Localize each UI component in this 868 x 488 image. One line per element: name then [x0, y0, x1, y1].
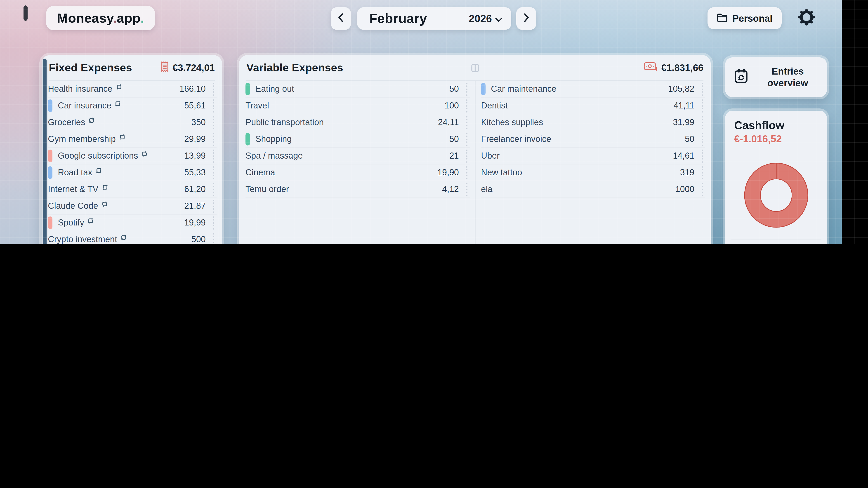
drag-handle-icon[interactable] [463, 133, 470, 146]
entry-name: Cinema [246, 168, 275, 177]
drag-handle-icon[interactable] [210, 166, 217, 179]
chevron-down-icon [495, 12, 502, 25]
workspace-button[interactable]: Personal [708, 7, 781, 29]
table-row[interactable]: New tattoo 319 [481, 164, 705, 181]
fixed-expenses-header: Fixed Expenses €3.724,01 [49, 55, 215, 81]
entry-name: Health insurance [48, 84, 112, 94]
repeat-icon [120, 234, 127, 241]
table-row[interactable]: Gym membership 29,99 [48, 131, 217, 148]
year-dropdown[interactable]: 2026 [469, 12, 502, 25]
entry-amount: 61,20 [184, 184, 206, 194]
receipt-icon [160, 61, 169, 74]
drag-handle-icon[interactable] [210, 133, 217, 146]
table-row[interactable]: Shopping 50 [246, 131, 470, 148]
entry-amount: 19,90 [437, 168, 459, 177]
entry-amount: 4,12 [442, 184, 459, 194]
table-row[interactable]: ela 1000 [481, 181, 705, 198]
inflow-label: Inflow [743, 243, 768, 244]
settings-button[interactable] [796, 7, 817, 29]
drag-handle-icon[interactable] [463, 166, 470, 179]
table-row[interactable]: Eating out 50 [246, 81, 470, 98]
drag-handle-icon[interactable] [699, 99, 705, 112]
drag-handle-icon[interactable] [463, 149, 470, 162]
drag-handle-icon[interactable] [210, 183, 217, 196]
inflow-value: € 4.539,15 [780, 243, 819, 244]
drag-handle-icon[interactable] [463, 183, 470, 196]
screen-corner-sliver [24, 5, 28, 21]
drag-handle-icon[interactable] [463, 116, 470, 129]
drag-handle-icon[interactable] [210, 149, 217, 162]
cashflow-net-amount: €-1.016,52 [734, 133, 782, 145]
scrollbar-thumb[interactable] [43, 59, 46, 244]
panel-title: Fixed Expenses [49, 61, 132, 74]
table-row[interactable]: Travel 100 [246, 98, 470, 114]
entries-overview-button[interactable]: Entries overview [725, 57, 827, 97]
repeat-icon [119, 134, 126, 140]
drag-handle-icon[interactable] [210, 83, 217, 96]
column-divider [475, 81, 475, 244]
legend-inflow-row: Inflow € 4.539,15 [733, 242, 819, 244]
drag-handle-icon[interactable] [699, 149, 705, 162]
table-row[interactable]: Spotify 19,99 [48, 215, 217, 231]
entry-name: Crypto investment [48, 234, 117, 244]
entry-amount: 50 [450, 134, 459, 144]
category-tag [481, 83, 486, 95]
repeat-icon [95, 167, 102, 174]
table-row[interactable]: Public transportation 24,11 [246, 114, 470, 131]
folder-icon [717, 12, 728, 24]
table-row[interactable]: Dentist 41,11 [481, 98, 705, 114]
drag-handle-icon[interactable] [210, 99, 217, 112]
drag-handle-icon[interactable] [210, 199, 217, 213]
entry-amount: 50 [685, 134, 694, 144]
repeat-icon [87, 217, 94, 224]
cashflow-donut-chart [744, 163, 808, 230]
repeat-icon [101, 201, 108, 207]
drag-handle-icon[interactable] [699, 183, 705, 196]
entry-name: Travel [246, 101, 269, 111]
table-row[interactable]: Car insurance 55,61 [48, 98, 217, 114]
table-row[interactable]: Freelancer invoice 50 [481, 131, 705, 148]
drag-handle-icon[interactable] [699, 166, 705, 179]
table-row[interactable]: Google subscriptions 13,99 [48, 148, 217, 164]
drag-handle-icon[interactable] [699, 116, 705, 129]
chevron-right-icon [523, 13, 529, 24]
entry-amount: 21 [450, 151, 459, 161]
category-tag [48, 166, 53, 179]
table-row[interactable]: Internet & TV 61,20 [48, 181, 217, 198]
drag-handle-icon[interactable] [210, 216, 217, 229]
category-tag [246, 83, 250, 95]
table-row[interactable]: Spa / massage 21 [246, 148, 470, 164]
variable-expenses-panel: Variable Expenses €1.831,66 Eating out 5… [239, 55, 711, 244]
drag-handle-icon[interactable] [699, 133, 705, 146]
table-row[interactable]: Claude Code 21,87 [48, 198, 217, 215]
drag-handle-icon[interactable] [210, 116, 217, 129]
entry-name: Google subscriptions [58, 151, 138, 161]
table-row[interactable]: Health insurance 166,10 [48, 81, 217, 98]
table-row[interactable]: Car maintenance 105,82 [481, 81, 705, 98]
table-row[interactable]: Uber 14,61 [481, 148, 705, 164]
fixed-expenses-list: Health insurance 166,10 Car insurance 55… [48, 81, 217, 244]
drag-handle-icon[interactable] [463, 83, 470, 96]
entry-name: Road tax [58, 168, 92, 177]
columns-layout-icon[interactable] [471, 64, 479, 72]
entry-amount: 24,11 [438, 118, 459, 127]
app-logo-text: Moneasy.app. [57, 11, 145, 26]
month-selector[interactable]: February 2026 [357, 7, 511, 30]
entry-name: Spotify [58, 218, 84, 228]
drag-handle-icon[interactable] [210, 233, 217, 244]
screen-edge-black-strip [842, 0, 868, 244]
table-row[interactable]: Groceries 350 [48, 114, 217, 131]
next-month-button[interactable] [516, 7, 536, 30]
entry-name: Gym membership [48, 134, 116, 144]
table-row[interactable]: Kitches supplies 31,99 [481, 114, 705, 131]
table-row[interactable]: Temu order 4,12 [246, 181, 470, 198]
entry-name: Groceries [48, 118, 85, 127]
drag-handle-icon[interactable] [699, 83, 705, 96]
table-row[interactable]: Road tax 55,33 [48, 164, 217, 181]
entries-overview-label: Entries overview [755, 66, 820, 89]
table-row[interactable]: Crypto investment 500 [48, 231, 217, 244]
entry-amount: 350 [191, 118, 206, 127]
prev-month-button[interactable] [331, 7, 351, 30]
table-row[interactable]: Cinema 19,90 [246, 164, 470, 181]
drag-handle-icon[interactable] [463, 99, 470, 112]
